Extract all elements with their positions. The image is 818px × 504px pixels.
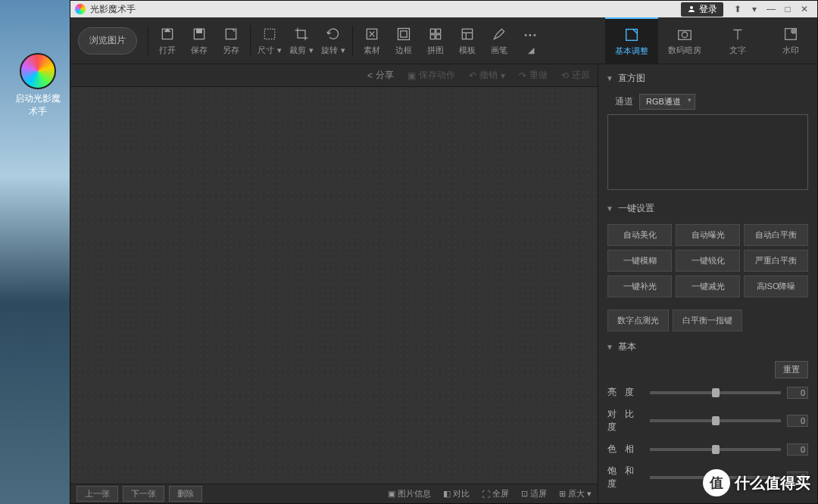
hue-slider: 色 相 0 [598,438,817,460]
more-button[interactable]: •••◢ [515,26,547,55]
delete-button[interactable]: 删除 [169,486,202,502]
svg-rect-14 [626,29,638,40]
login-button[interactable]: 登录 [681,2,723,17]
adjust-icon [623,26,640,43]
contrast-track[interactable] [650,419,781,422]
options-button[interactable]: ▾ [746,2,763,16]
save-icon [192,26,207,42]
fullscreen-button[interactable]: ⛶全屏 [482,488,509,499]
strict-wb-button[interactable]: 严重白平衡 [744,250,808,272]
rotate-button[interactable]: 旋转 ▾ [317,25,349,56]
compare-icon: ◧ [443,489,451,499]
fit-button[interactable]: ⊡适屏 [521,488,547,499]
compare-button[interactable]: ◧对比 [443,488,470,499]
crop-icon [294,26,309,42]
fill-light-button[interactable]: 一键补光 [607,275,672,297]
svg-rect-3 [197,29,202,33]
close-button[interactable]: ✕ [796,2,813,16]
tab-text[interactable]: 文字 [711,17,764,64]
site-watermark: 值 什么值得买 [703,469,810,496]
saveaction-icon: ▣ [407,70,416,81]
browse-button[interactable]: 浏览图片 [78,27,137,54]
main-toolbar: 浏览图片 打开 保存 另存 尺寸 ▾ 裁剪 ▾ 旋转 ▾ 素材 边框 拼图 模板… [70,17,817,64]
high-iso-nr-button[interactable]: 高ISO降噪 [744,275,808,297]
saveas-icon [223,26,239,42]
template-button[interactable]: 模板 [451,25,483,56]
reset-button[interactable]: 重置 [775,361,808,378]
quick-header[interactable]: ▼ 一键设置 [598,198,817,219]
slider-thumb[interactable] [712,445,720,454]
auto-wb-button[interactable]: 自动白平衡 [744,224,808,246]
tab-basic-adjust[interactable]: 基本调整 [605,17,658,64]
original-icon: ⊞ [559,489,566,499]
original-button[interactable]: ⊞原大 ▾ [559,488,592,499]
open-icon [160,26,175,42]
desktop-shortcut-label: 启动光影魔术手 [11,92,64,118]
contrast-value[interactable]: 0 [787,415,808,427]
brightness-track[interactable] [650,391,781,394]
canvas[interactable] [70,87,598,484]
revert-button[interactable]: ⟲还原 [561,69,590,82]
quick-buttons: 自动美化 自动曝光 自动白平衡 一键模糊 一键锐化 严重白平衡 一键补光 一键减… [598,219,817,302]
reduce-light-button[interactable]: 一键减光 [676,275,740,297]
contrast-slider: 对 比 度 0 [598,403,817,438]
svg-rect-13 [462,29,472,39]
open-button[interactable]: 打开 [151,25,183,56]
watermark-badge: 值 [703,469,730,496]
channel-select[interactable]: RGB通道 [639,94,695,110]
size-icon [262,26,277,42]
hue-track[interactable] [650,448,781,451]
svg-rect-7 [398,29,410,40]
collage-button[interactable]: 拼图 [420,25,451,56]
pin-button[interactable]: ⬆ [729,2,746,16]
histogram-display [607,114,808,190]
next-button[interactable]: 下一张 [123,486,164,502]
image-info-button[interactable]: ▣图片信息 [388,488,431,499]
svg-rect-8 [401,31,407,37]
fullscreen-icon: ⛶ [482,490,490,499]
share-button[interactable]: <分享 [367,69,394,82]
maximize-button[interactable]: □ [779,2,796,16]
crop-button[interactable]: 裁剪 ▾ [286,25,317,56]
redo-icon: ↷ [519,70,526,81]
frame-icon [396,26,411,42]
user-icon [687,5,696,14]
revert-icon: ⟲ [561,70,569,81]
collage-icon [428,26,443,42]
size-button[interactable]: 尺寸 ▾ [254,25,286,56]
frame-button[interactable]: 边框 [388,25,420,56]
wb-finger-button[interactable]: 白平衡一指键 [673,310,742,331]
auto-beautify-button[interactable]: 自动美化 [607,224,672,246]
prev-button[interactable]: 上一张 [76,486,118,502]
watermark-text: 什么值得买 [735,473,810,493]
save-action-button[interactable]: ▣保存动作 [407,69,455,82]
chevron-down-icon: ▼ [606,74,614,82]
material-button[interactable]: 素材 [356,25,388,56]
saveas-button[interactable]: 另存 [215,25,247,56]
channel-label: 通道 [615,95,633,108]
svg-rect-4 [226,29,236,39]
histogram-header[interactable]: ▼ 直方图 [598,67,817,89]
brightness-value[interactable]: 0 [787,387,808,399]
slider-thumb[interactable] [712,416,720,425]
minimize-button[interactable]: — [763,2,779,16]
app-title: 光影魔术手 [90,3,136,16]
basic-header[interactable]: ▼ 基本 [598,336,817,358]
tab-watermark[interactable]: 水印 [764,17,817,64]
more-icon: ••• [524,30,538,39]
hue-value[interactable]: 0 [787,443,808,456]
brush-button[interactable]: 画笔 [483,25,515,56]
one-sharpen-button[interactable]: 一键锐化 [676,250,740,272]
desktop-shortcut[interactable]: 启动光影魔术手 [11,53,64,118]
slider-thumb[interactable] [712,388,720,397]
one-blur-button[interactable]: 一键模糊 [607,250,672,272]
undo-button[interactable]: ↶撤销 ▾ [469,69,505,82]
auto-exposure-button[interactable]: 自动曝光 [676,224,740,246]
save-button[interactable]: 保存 [183,25,215,56]
spot-meter-button[interactable]: 数字点测光 [607,310,669,331]
redo-button[interactable]: ↷重做 [519,69,548,82]
tab-darkroom[interactable]: 数码暗房 [658,17,711,64]
info-icon: ▣ [388,489,395,499]
watermark-icon [782,26,799,42]
titlebar: 光影魔术手 登录 ⬆ ▾ — □ ✕ [70,1,817,17]
